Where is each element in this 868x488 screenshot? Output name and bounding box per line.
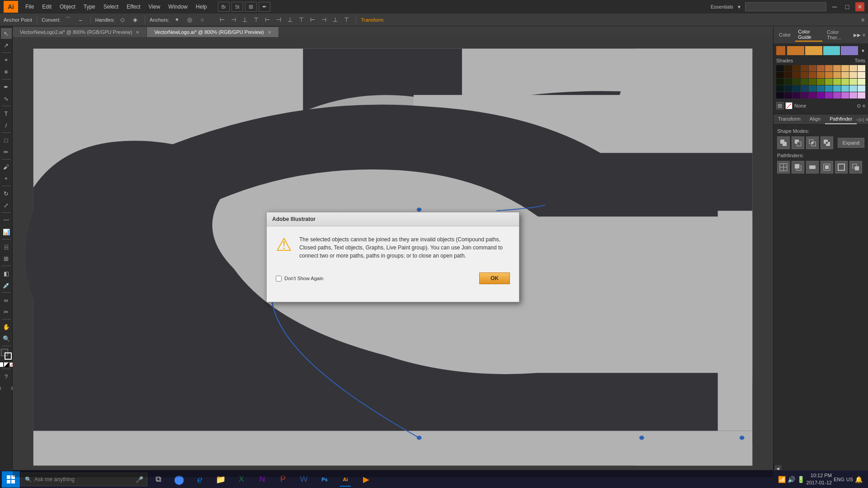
color-cell[interactable] [776,85,784,92]
menu-help[interactable]: Help [192,3,211,11]
panel-menu-btn[interactable]: ≡ [863,33,865,38]
tab-vectornewlogo2[interactable]: VectorNewLogo2.ai* @ 800% (RGB/GPU Previ… [13,27,147,37]
convert-btn1[interactable]: ⌒ [63,15,73,25]
base-color-swatch[interactable] [776,46,785,55]
color-cell[interactable] [849,92,857,99]
paintbrush-tool[interactable]: 🖌 [1,161,12,172]
outline-btn[interactable] [835,161,848,174]
color-cell[interactable] [841,65,849,71]
align-btn1[interactable]: ⊢ [217,15,227,25]
ok-button[interactable]: OK [479,272,510,284]
color-cell[interactable] [784,92,792,99]
rotate-tool[interactable]: ↻ [1,188,12,199]
lasso-tool[interactable]: ⌖ [1,55,12,66]
close-btn[interactable]: ✕ [855,2,864,11]
blob-tool[interactable]: ⚬ [1,173,12,184]
none-swatch[interactable] [785,102,793,109]
align-btn5[interactable]: ⊢ [262,15,272,25]
pathfinder-tab[interactable]: Pathfinder [825,114,857,124]
color-cell[interactable] [801,85,808,92]
color-cell[interactable] [784,72,792,78]
color-cell[interactable] [817,85,825,92]
color-cell[interactable] [841,72,849,78]
transform-tab[interactable]: Transform [774,114,805,124]
gradient-tool[interactable]: ◧ [1,268,12,279]
harmony-dropdown[interactable]: ▼ [861,48,865,53]
pen-btn[interactable]: ✒ [259,2,270,12]
color-cell[interactable] [776,79,784,85]
harmony-swatch1[interactable] [787,46,804,55]
menu-file[interactable]: File [22,3,38,11]
color-cell[interactable] [784,65,792,71]
line-tool[interactable]: / [1,120,12,131]
color-cell[interactable] [849,65,857,71]
menu-select[interactable]: Select [100,3,122,11]
pencil-tool[interactable]: ✏ [1,146,12,157]
taskbar-clock[interactable]: 10:12 PM 2017-01-12 [807,472,832,486]
type-tool[interactable]: T [1,108,12,119]
maximize-btn[interactable]: □ [843,2,852,11]
color-cell[interactable] [849,79,857,85]
fill-stroke-swatches[interactable] [1,349,12,360]
exclude-btn[interactable] [821,136,833,149]
align-btn7[interactable]: ⊥ [285,15,295,25]
zoom-tool[interactable]: 🔍 [1,333,12,344]
rect-tool[interactable]: □ [1,135,12,145]
shades-label[interactable]: Shades [776,58,821,63]
search-input[interactable] [745,2,826,11]
essentials-label[interactable]: Essentials [711,4,733,9]
eyedropper-tool[interactable]: 💉 [1,280,12,291]
blend-tool[interactable]: ∞ [1,295,12,305]
select-tool[interactable]: ↖ [1,28,12,39]
volume-icon[interactable]: 🔊 [788,476,795,483]
curvature-tool[interactable]: ∿ [1,93,12,104]
color-cell[interactable] [784,79,792,85]
color-cell[interactable] [825,79,833,85]
panel-expand-btn[interactable]: ▶▶ [854,33,861,38]
color-cell[interactable] [825,72,833,78]
color-theme-tab[interactable]: Color Ther... [824,28,852,41]
extra-btn1[interactable]: 1 [0,383,6,394]
mesh-tool[interactable]: ⊞ [1,253,12,264]
divide-btn[interactable] [777,161,790,174]
color-cell[interactable] [858,79,865,85]
panel-menu-btn2[interactable]: ≡ [866,117,868,122]
menu-object[interactable]: Object [56,3,79,11]
color-cell[interactable] [776,65,784,71]
color-cell[interactable] [849,72,857,78]
tab-vectornewlogo[interactable]: VectorNewLogo.ai* @ 800% (RGB/GPU Previe… [147,27,278,37]
color-cell[interactable] [825,92,833,99]
gradient-mode-btn[interactable] [4,362,9,367]
minus-front-btn[interactable] [792,136,804,149]
align-btn3[interactable]: ⊥ [240,15,250,25]
crop-btn[interactable] [821,161,833,174]
anchors-btn2[interactable]: ◎ [184,15,194,25]
expand-button[interactable]: Expand [838,138,864,148]
color-cell[interactable] [833,65,841,71]
color-cell[interactable] [793,72,800,78]
color-cell[interactable] [841,79,849,85]
panel-collapse-btn2[interactable]: ◁◁ [857,117,864,122]
column-graph-tool[interactable]: ⌸ [1,241,12,252]
color-cell[interactable] [833,79,841,85]
color-cell[interactable] [801,92,808,99]
color-cell[interactable] [841,92,849,99]
minus-back-btn[interactable] [849,161,862,174]
dont-show-checkbox[interactable] [276,276,282,282]
warp-tool[interactable]: 〰 [1,215,12,225]
bridge-btn[interactable]: Br [218,2,230,12]
menu-window[interactable]: Window [165,3,191,11]
direct-select-tool[interactable]: ↗ [1,40,12,51]
pen-tool[interactable]: ✒ [1,81,12,92]
graph-tool[interactable]: 📊 [1,226,12,237]
menu-type[interactable]: Type [80,3,99,11]
panel-collapse-btn[interactable]: ≡ [861,17,864,23]
color-cell[interactable] [833,85,841,92]
tab-close-btn2[interactable]: ✕ [268,30,271,35]
harmony-swatch2[interactable] [805,46,822,55]
color-cell[interactable] [817,92,825,99]
align-btn8[interactable]: ⊤ [296,15,306,25]
align-btn10[interactable]: ⊣ [319,15,329,25]
color-cell[interactable] [817,79,825,85]
magic-wand-tool[interactable]: ✳ [1,66,12,77]
